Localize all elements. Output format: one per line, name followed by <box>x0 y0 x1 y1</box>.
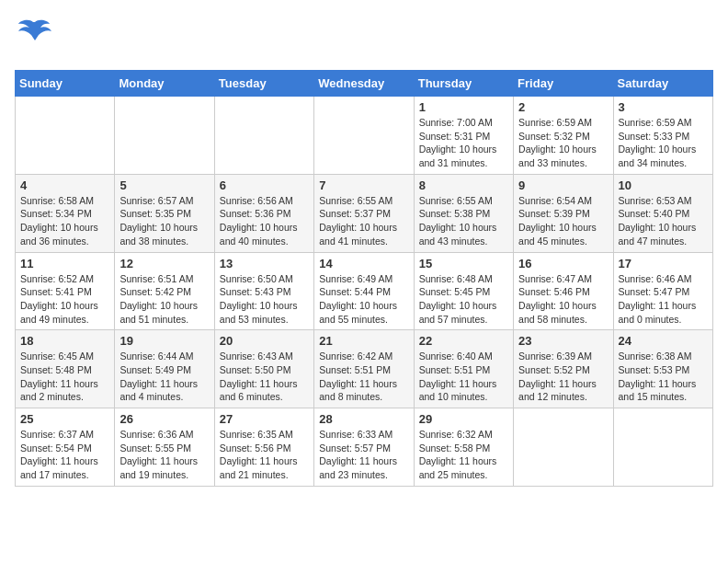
day-number: 2 <box>518 100 608 114</box>
calendar-cell: 14Sunrise: 6:49 AM Sunset: 5:44 PM Dayli… <box>314 252 414 330</box>
day-number: 4 <box>20 178 109 192</box>
weekday-header-cell: Tuesday <box>214 71 313 97</box>
day-number: 28 <box>319 412 408 426</box>
cell-info: Sunrise: 6:46 AM Sunset: 5:47 PM Dayligh… <box>619 272 708 327</box>
day-number: 18 <box>20 334 109 348</box>
cell-info: Sunrise: 6:35 AM Sunset: 5:56 PM Dayligh… <box>220 428 309 482</box>
calendar-week-row: 1Sunrise: 7:00 AM Sunset: 5:31 PM Daylig… <box>16 97 713 175</box>
calendar-cell: 15Sunrise: 6:48 AM Sunset: 5:45 PM Dayli… <box>414 252 513 330</box>
day-number: 29 <box>419 412 508 426</box>
cell-info: Sunrise: 6:58 AM Sunset: 5:34 PM Dayligh… <box>20 194 109 248</box>
logo <box>15 15 57 59</box>
calendar-cell: 28Sunrise: 6:33 AM Sunset: 5:57 PM Dayli… <box>314 408 414 487</box>
calendar-table: SundayMondayTuesdayWednesdayThursdayFrid… <box>15 70 713 487</box>
calendar-cell: 20Sunrise: 6:43 AM Sunset: 5:50 PM Dayli… <box>214 330 313 408</box>
day-number: 20 <box>220 334 309 348</box>
day-number: 3 <box>619 100 708 114</box>
cell-info: Sunrise: 6:39 AM Sunset: 5:52 PM Dayligh… <box>518 350 608 404</box>
day-number: 12 <box>119 257 209 270</box>
page-header <box>15 15 713 59</box>
weekday-header-cell: Saturday <box>613 71 712 97</box>
calendar-cell <box>214 97 313 175</box>
calendar-cell: 25Sunrise: 6:37 AM Sunset: 5:54 PM Dayli… <box>16 408 115 487</box>
calendar-cell: 5Sunrise: 6:57 AM Sunset: 5:35 PM Daylig… <box>115 174 214 252</box>
day-number: 14 <box>319 257 408 270</box>
day-number: 27 <box>220 412 309 426</box>
calendar-cell: 16Sunrise: 6:47 AM Sunset: 5:46 PM Dayli… <box>514 252 613 330</box>
cell-info: Sunrise: 6:32 AM Sunset: 5:58 PM Dayligh… <box>419 428 508 482</box>
day-number: 24 <box>619 334 708 348</box>
weekday-header-cell: Sunday <box>16 71 115 97</box>
weekday-header-row: SundayMondayTuesdayWednesdayThursdayFrid… <box>16 71 713 97</box>
cell-info: Sunrise: 6:42 AM Sunset: 5:51 PM Dayligh… <box>319 350 408 404</box>
cell-info: Sunrise: 6:51 AM Sunset: 5:42 PM Dayligh… <box>119 272 209 327</box>
calendar-cell <box>613 408 712 487</box>
day-number: 26 <box>119 412 209 426</box>
calendar-cell: 17Sunrise: 6:46 AM Sunset: 5:47 PM Dayli… <box>613 252 712 330</box>
day-number: 16 <box>518 257 608 270</box>
calendar-week-row: 11Sunrise: 6:52 AM Sunset: 5:41 PM Dayli… <box>16 252 713 330</box>
cell-info: Sunrise: 6:38 AM Sunset: 5:53 PM Dayligh… <box>619 350 708 404</box>
cell-info: Sunrise: 6:44 AM Sunset: 5:49 PM Dayligh… <box>119 350 209 404</box>
cell-info: Sunrise: 6:59 AM Sunset: 5:33 PM Dayligh… <box>619 116 708 170</box>
day-number: 5 <box>119 178 209 192</box>
calendar-cell: 8Sunrise: 6:55 AM Sunset: 5:38 PM Daylig… <box>414 174 513 252</box>
day-number: 9 <box>518 178 608 192</box>
calendar-cell <box>314 97 414 175</box>
calendar-cell: 4Sunrise: 6:58 AM Sunset: 5:34 PM Daylig… <box>16 174 115 252</box>
calendar-week-row: 4Sunrise: 6:58 AM Sunset: 5:34 PM Daylig… <box>16 174 713 252</box>
day-number: 13 <box>220 257 309 270</box>
calendar-cell: 26Sunrise: 6:36 AM Sunset: 5:55 PM Dayli… <box>115 408 214 487</box>
calendar-cell: 1Sunrise: 7:00 AM Sunset: 5:31 PM Daylig… <box>414 97 513 175</box>
cell-info: Sunrise: 6:53 AM Sunset: 5:40 PM Dayligh… <box>619 194 708 248</box>
calendar-cell: 21Sunrise: 6:42 AM Sunset: 5:51 PM Dayli… <box>314 330 414 408</box>
cell-info: Sunrise: 6:45 AM Sunset: 5:48 PM Dayligh… <box>20 350 109 404</box>
logo-icon <box>15 15 55 59</box>
calendar-week-row: 18Sunrise: 6:45 AM Sunset: 5:48 PM Dayli… <box>16 330 713 408</box>
day-number: 7 <box>319 178 408 192</box>
calendar-cell: 13Sunrise: 6:50 AM Sunset: 5:43 PM Dayli… <box>214 252 313 330</box>
weekday-header-cell: Monday <box>115 71 214 97</box>
day-number: 17 <box>619 257 708 270</box>
cell-info: Sunrise: 6:55 AM Sunset: 5:38 PM Dayligh… <box>419 194 508 248</box>
calendar-cell: 12Sunrise: 6:51 AM Sunset: 5:42 PM Dayli… <box>115 252 214 330</box>
day-number: 10 <box>619 178 708 192</box>
cell-info: Sunrise: 6:40 AM Sunset: 5:51 PM Dayligh… <box>419 350 508 404</box>
cell-info: Sunrise: 6:56 AM Sunset: 5:36 PM Dayligh… <box>220 194 309 248</box>
cell-info: Sunrise: 6:55 AM Sunset: 5:37 PM Dayligh… <box>319 194 408 248</box>
calendar-cell: 11Sunrise: 6:52 AM Sunset: 5:41 PM Dayli… <box>16 252 115 330</box>
calendar-body: 1Sunrise: 7:00 AM Sunset: 5:31 PM Daylig… <box>16 97 713 487</box>
cell-info: Sunrise: 6:48 AM Sunset: 5:45 PM Dayligh… <box>419 272 508 327</box>
calendar-cell: 19Sunrise: 6:44 AM Sunset: 5:49 PM Dayli… <box>115 330 214 408</box>
day-number: 25 <box>20 412 109 426</box>
day-number: 19 <box>119 334 209 348</box>
day-number: 6 <box>220 178 309 192</box>
weekday-header-cell: Friday <box>514 71 613 97</box>
day-number: 15 <box>419 257 508 270</box>
day-number: 11 <box>20 257 109 270</box>
cell-info: Sunrise: 6:52 AM Sunset: 5:41 PM Dayligh… <box>20 272 109 327</box>
cell-info: Sunrise: 6:43 AM Sunset: 5:50 PM Dayligh… <box>220 350 309 404</box>
calendar-cell <box>16 97 115 175</box>
weekday-header-cell: Wednesday <box>314 71 414 97</box>
calendar-cell: 2Sunrise: 6:59 AM Sunset: 5:32 PM Daylig… <box>514 97 613 175</box>
day-number: 21 <box>319 334 408 348</box>
cell-info: Sunrise: 6:47 AM Sunset: 5:46 PM Dayligh… <box>518 272 608 327</box>
cell-info: Sunrise: 6:54 AM Sunset: 5:39 PM Dayligh… <box>518 194 608 248</box>
cell-info: Sunrise: 6:49 AM Sunset: 5:44 PM Dayligh… <box>319 272 408 327</box>
day-number: 22 <box>419 334 508 348</box>
day-number: 23 <box>518 334 608 348</box>
calendar-week-row: 25Sunrise: 6:37 AM Sunset: 5:54 PM Dayli… <box>16 408 713 487</box>
calendar-cell: 7Sunrise: 6:55 AM Sunset: 5:37 PM Daylig… <box>314 174 414 252</box>
calendar-cell: 3Sunrise: 6:59 AM Sunset: 5:33 PM Daylig… <box>613 97 712 175</box>
calendar-cell: 10Sunrise: 6:53 AM Sunset: 5:40 PM Dayli… <box>613 174 712 252</box>
cell-info: Sunrise: 6:36 AM Sunset: 5:55 PM Dayligh… <box>119 428 209 482</box>
calendar-cell: 29Sunrise: 6:32 AM Sunset: 5:58 PM Dayli… <box>414 408 513 487</box>
cell-info: Sunrise: 7:00 AM Sunset: 5:31 PM Dayligh… <box>419 116 508 170</box>
calendar-cell: 24Sunrise: 6:38 AM Sunset: 5:53 PM Dayli… <box>613 330 712 408</box>
calendar-cell: 27Sunrise: 6:35 AM Sunset: 5:56 PM Dayli… <box>214 408 313 487</box>
cell-info: Sunrise: 6:33 AM Sunset: 5:57 PM Dayligh… <box>319 428 408 482</box>
calendar-cell: 23Sunrise: 6:39 AM Sunset: 5:52 PM Dayli… <box>514 330 613 408</box>
calendar-cell: 22Sunrise: 6:40 AM Sunset: 5:51 PM Dayli… <box>414 330 513 408</box>
day-number: 8 <box>419 178 508 192</box>
